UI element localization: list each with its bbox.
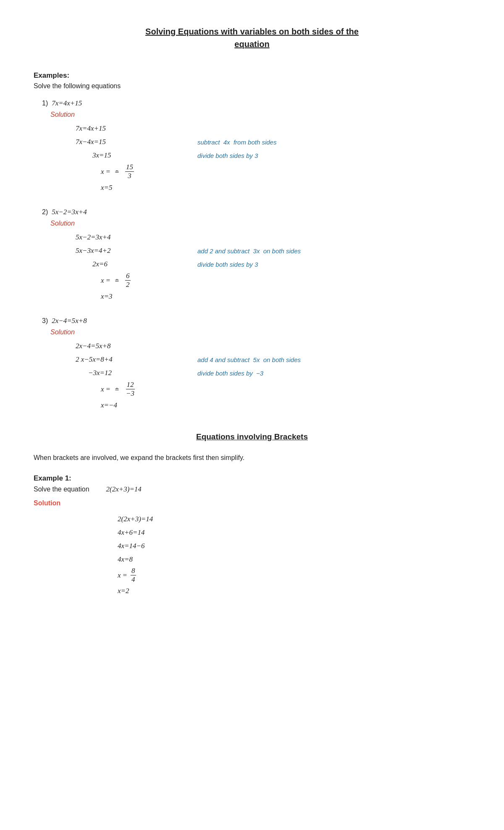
ex1-step-6: x=2 [118, 585, 470, 597]
step-3-3: −3x=12 divide both sides by −3 [76, 367, 470, 379]
step-2-4: x=≐ 6 2 [76, 272, 470, 289]
problem-1-number: 1) 7x=4x+15 [42, 97, 470, 109]
step-1-4: x=≐ 15 3 [76, 163, 470, 180]
step-2-1: 5x−2=3x+4 [76, 231, 470, 243]
step-1-3: 3x=15 divide both sides by 3 [76, 150, 470, 161]
ex1-step-1: 2(2x+3)=14 [118, 513, 470, 525]
problem-1-steps: 7x=4x+15 7x−4x=15 subtract 4x from both … [76, 123, 470, 194]
problem-2-steps: 5x−2=3x+4 5x−3x=4+2 add 2 and subtract 3… [76, 231, 470, 302]
solution-label-1: Solution [50, 111, 470, 118]
ex1-step-3: 4x=14−6 [118, 540, 470, 552]
intro-text: Solve the following equations [34, 82, 470, 90]
step-1-2: 7x−4x=15 subtract 4x from both sides [76, 136, 470, 148]
example1-solve-line: Solve the equation 2(2x+3)=14 [34, 485, 470, 494]
step-3-4: x=≐ 12 −3 [76, 381, 470, 398]
example1-steps: 2(2x+3)=14 4x+6=14 4x=14−6 4x=8 x= 8 4 x… [118, 513, 470, 597]
step-2-2: 5x−3x=4+2 add 2 and subtract 3x on both … [76, 245, 470, 257]
example1-solution-label: Solution [34, 499, 470, 507]
ex1-step-2: 4x+6=14 [118, 526, 470, 539]
problem-1: 1) 7x=4x+15 Solution 7x=4x+15 7x−4x=15 s… [42, 97, 470, 194]
brackets-intro: When brackets are involved, we expand th… [34, 454, 470, 462]
problem-3-number: 3) 2x−4=5x+8 [42, 315, 470, 327]
solution-label-2: Solution [50, 220, 470, 227]
step-3-2: 2 x−5x=8+4 add 4 and subtract 5x on both… [76, 354, 470, 365]
problem-3: 3) 2x−4=5x+8 Solution 2x−4=5x+8 2 x−5x=8… [42, 315, 470, 411]
step-3-1: 2x−4=5x+8 [76, 340, 470, 352]
problem-2-number: 2) 5x−2=3x+4 [42, 206, 470, 218]
step-2-5: x=3 [76, 291, 470, 302]
example1-label: Example 1: [34, 474, 470, 483]
problem-2: 2) 5x−2=3x+4 Solution 5x−2=3x+4 5x−3x=4+… [42, 206, 470, 302]
step-1-1: 7x=4x+15 [76, 123, 470, 134]
page-title: Solving Equations with variables on both… [34, 25, 470, 50]
step-3-5: x=−4 [76, 399, 470, 411]
solution-label-3: Solution [50, 328, 470, 336]
step-1-5: x=5 [76, 182, 470, 194]
step-2-3: 2x=6 divide both sides by 3 [76, 258, 470, 270]
section2-title: Equations involving Brackets [34, 432, 470, 441]
problem-3-steps: 2x−4=5x+8 2 x−5x=8+4 add 4 and subtract … [76, 340, 470, 411]
ex1-step-5: x= 8 4 [118, 567, 470, 584]
ex1-step-4: 4x=8 [118, 553, 470, 566]
examples-label: Examples: [34, 71, 470, 80]
